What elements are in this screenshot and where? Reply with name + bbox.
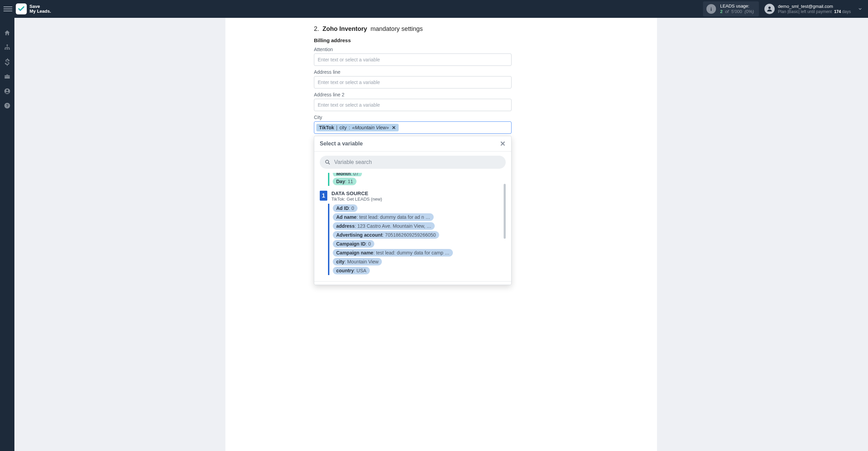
svg-text:?: ? xyxy=(6,103,8,108)
chevron-down-icon xyxy=(858,7,863,11)
variable-campaign-id[interactable]: Campaign ID: 0 xyxy=(333,240,374,248)
connections-icon[interactable] xyxy=(4,44,11,51)
search-icon xyxy=(325,159,331,165)
variable-search-input[interactable] xyxy=(334,159,501,165)
section-title: 2. Zoho Inventory mandatory settings xyxy=(314,25,512,33)
user-menu[interactable]: demo_sml_test@gmail.com Plan |Basic| lef… xyxy=(764,4,865,14)
variable-dropdown: Select a variable ✕ Month xyxy=(314,136,512,285)
svg-point-9 xyxy=(326,160,329,163)
address-line-label: Address line xyxy=(314,69,512,75)
brand: Save My Leads. xyxy=(16,3,51,14)
variable-campaign-name[interactable]: Campaign name: test lead: dummy data for… xyxy=(333,249,453,257)
brand-text: Save My Leads. xyxy=(30,4,51,14)
variable-ad-id[interactable]: Ad ID: 0 xyxy=(333,204,357,212)
usage-text: LEADS usage: 2 of 5'000 (0%) xyxy=(720,3,754,14)
remove-chip-icon[interactable]: ✕ xyxy=(392,125,396,130)
variable-city[interactable]: city: Mountain View xyxy=(333,258,382,265)
city-label: City xyxy=(314,115,512,120)
scrollbar-thumb[interactable] xyxy=(504,184,506,239)
variable-scroll-area[interactable]: Month: 07 Day: 11 1 DATA SOURCE TikTok: … xyxy=(320,173,506,275)
svg-rect-4 xyxy=(9,48,10,49)
subsection-title: Billing address xyxy=(314,37,512,43)
group-title: DATA SOURCE xyxy=(331,191,382,196)
avatar-icon xyxy=(764,4,775,14)
address-line-2-label: Address line 2 xyxy=(314,92,512,97)
billing-icon[interactable] xyxy=(5,58,10,66)
city-input[interactable]: TikTok | city: «Mountain View» ✕ xyxy=(314,121,512,134)
dropdown-footer xyxy=(314,281,511,285)
main: 2. Zoho Inventory mandatory settings Bil… xyxy=(14,18,868,451)
variable-country[interactable]: country: USA xyxy=(333,267,370,274)
svg-rect-1 xyxy=(7,45,8,46)
date-variables-group: Month: 07 Day: 11 xyxy=(328,173,506,186)
logo-icon xyxy=(16,3,27,14)
user-text: demo_sml_test@gmail.com Plan |Basic| lef… xyxy=(778,4,851,14)
variable-ad-name[interactable]: Ad name: test lead: dummy data for ad n … xyxy=(333,213,434,221)
panel: 2. Zoho Inventory mandatory settings Bil… xyxy=(225,18,657,451)
variable-address[interactable]: address: 123 Castro Ave. Mountain View, … xyxy=(333,222,435,230)
svg-rect-3 xyxy=(7,48,8,49)
dropdown-title: Select a variable xyxy=(320,141,363,147)
briefcase-icon[interactable] xyxy=(4,73,11,80)
variable-search[interactable] xyxy=(320,156,506,169)
info-icon: i xyxy=(706,4,716,14)
sidebar: ? xyxy=(0,18,14,451)
address-line-input[interactable] xyxy=(314,76,512,88)
home-icon[interactable] xyxy=(4,29,11,36)
data-source-group-header: 1 DATA SOURCE TikTok: Get LEADS (new) xyxy=(320,191,506,202)
account-icon[interactable] xyxy=(4,88,11,95)
group-badge: 1 xyxy=(320,191,327,201)
variable-day[interactable]: Day: 11 xyxy=(333,178,356,185)
svg-point-0 xyxy=(768,7,771,9)
hamburger-menu-button[interactable] xyxy=(3,4,12,13)
close-icon[interactable]: ✕ xyxy=(500,140,506,148)
attention-label: Attention xyxy=(314,47,512,52)
address-line-2-input[interactable] xyxy=(314,99,512,111)
variable-month[interactable]: Month: 07 xyxy=(333,173,362,176)
city-variable-chip[interactable]: TikTok | city: «Mountain View» ✕ xyxy=(316,124,399,131)
topbar: Save My Leads. i LEADS usage: 2 of 5'000… xyxy=(0,0,868,18)
usage-widget[interactable]: i LEADS usage: 2 of 5'000 (0%) xyxy=(703,1,759,16)
svg-rect-2 xyxy=(5,48,6,49)
svg-point-6 xyxy=(6,90,8,91)
help-icon[interactable]: ? xyxy=(4,102,11,109)
group-subtitle: TikTok: Get LEADS (new) xyxy=(331,197,382,202)
variable-advertising-account[interactable]: Advertising account: 7051862609259266050 xyxy=(333,231,439,239)
data-source-variables: Ad ID: 0Ad name: test lead: dummy data f… xyxy=(328,204,506,275)
attention-input[interactable] xyxy=(314,54,512,66)
